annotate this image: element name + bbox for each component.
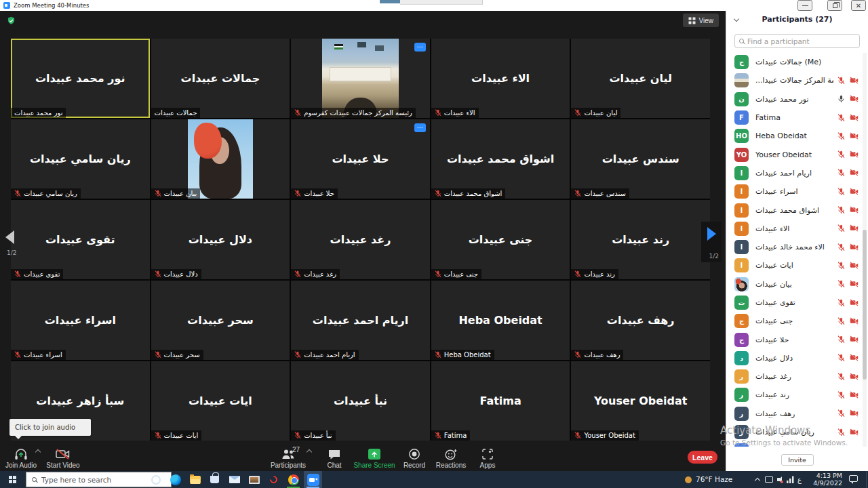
apps-button[interactable]: Apps <box>472 442 503 471</box>
video-tile[interactable]: ريان سامي عبيدات ريان سامي عبيدات <box>11 119 150 199</box>
acrobat-icon[interactable] <box>264 471 283 488</box>
video-tile[interactable]: جمالات عبيدات جمالات عبيدات <box>151 39 290 118</box>
participant-row[interactable]: YO Youser Obeidat <box>726 145 868 163</box>
video-tile[interactable]: رند عبيدات رند عبيدات <box>571 200 710 279</box>
chrome-icon[interactable] <box>284 471 302 488</box>
participant-row[interactable]: ج جمالات عبيدات (Me) <box>726 53 868 71</box>
file-explorer-icon[interactable] <box>186 471 204 488</box>
participant-row[interactable]: HO Heba Obeidat <box>726 127 868 145</box>
show-hidden-icons-chevron[interactable] <box>755 478 760 483</box>
microsoft-store-icon[interactable] <box>205 471 224 488</box>
weather-haze-icon[interactable] <box>685 476 692 483</box>
video-tile[interactable]: جنى عبيدات جنى عبيدات <box>431 200 570 279</box>
video-tile[interactable]: اشواق محمد عبيدات اشواق محمد عبيدات <box>431 119 570 199</box>
video-tile[interactable]: تقوى عبيدات تقوى عبيدات <box>11 200 150 279</box>
participant-row[interactable]: ا اسراء عبيدات <box>726 182 868 201</box>
participant-row[interactable]: د دلال عبيدات <box>726 349 868 367</box>
participant-row[interactable]: ر رغد عبيدات <box>726 367 868 386</box>
video-tile[interactable]: ايات عبيدات ايات عبيدات <box>151 361 290 441</box>
scrollbar-thumb[interactable] <box>863 230 867 380</box>
gallery-next-page[interactable]: 1/2 <box>701 222 722 262</box>
zoom-taskbar-icon[interactable] <box>304 471 322 488</box>
muted-mic-icon <box>574 432 581 439</box>
video-tile[interactable]: دلال عبيدات دلال عبيدات <box>151 200 290 279</box>
participant-row[interactable]: ح حلا عبيدات <box>726 330 868 348</box>
participant-row[interactable]: ر رند عبيدات <box>726 386 868 404</box>
restore-button[interactable] <box>827 0 842 11</box>
mail-icon[interactable] <box>225 471 243 488</box>
start-button[interactable] <box>0 471 24 488</box>
photos-icon[interactable] <box>245 471 263 488</box>
participant-row[interactable]: ا اشواق محمد عبيدات <box>726 201 868 219</box>
chat-button[interactable]: Chat <box>319 442 350 471</box>
view-button[interactable]: View <box>683 14 719 27</box>
participant-row[interactable]: F Fatima <box>726 108 868 127</box>
video-tile[interactable]: نبأ عبيدات نبأ عبيدات <box>291 361 430 441</box>
video-tile[interactable]: سحر عبيدات سحر عبيدات <box>151 281 290 360</box>
participants-label: Participants <box>260 462 317 469</box>
security-shield-icon[interactable] <box>7 15 16 28</box>
scrollbar[interactable] <box>863 53 867 447</box>
participant-name: ...رئيسة المركز جمالات عبيدا (Host) <box>755 76 833 85</box>
reactions-button[interactable]: Reactions <box>431 442 471 471</box>
participant-row[interactable]: ج جنى عبيدات <box>726 312 868 330</box>
video-tile[interactable]: نور محمد عبيدات نور محمد عبيدات <box>11 39 150 118</box>
search-input[interactable] <box>747 37 855 45</box>
start-video-button[interactable]: Start Video <box>43 442 83 471</box>
participant-row[interactable]: ر رهف عبيدات <box>726 405 868 423</box>
video-tile[interactable]: الاء عبيدات الاء عبيدات <box>431 39 570 118</box>
share-screen-button[interactable]: Share Screen <box>351 442 397 471</box>
participant-row[interactable]: ا ايات عبيدات <box>726 256 868 274</box>
participant-row[interactable]: ا اريام احمد عبيدات <box>726 164 868 182</box>
minimize-button[interactable] <box>797 0 812 11</box>
video-tile[interactable]: Youser Obeidat Youser Obeidat <box>571 361 710 441</box>
clock[interactable]: 4:13 PM 4/9/2022 <box>804 472 842 487</box>
participant-row[interactable]: ر ريان سامي عبيدات <box>726 423 868 441</box>
close-button[interactable]: ✕ <box>851 0 866 11</box>
participant-row[interactable] <box>726 441 868 447</box>
display-tray-icon[interactable] <box>765 476 773 483</box>
video-tile[interactable]: بيان عبيدات <box>151 119 290 199</box>
action-center-icon[interactable] <box>849 475 858 482</box>
participant-row[interactable]: ن نور محمد عبيدات <box>726 90 868 108</box>
gallery-prev-page[interactable]: 1/2 <box>0 226 20 268</box>
video-tile[interactable]: اسراء عبيدات اسراء عبيدات <box>11 281 150 360</box>
tile-more-menu-button[interactable]: ⋯ <box>414 43 426 52</box>
video-tile[interactable]: Heba Obeidat Heba Obeidat <box>431 281 570 360</box>
video-tile[interactable]: رهف عبيدات رهف عبيدات <box>571 281 710 360</box>
cortana-icon[interactable] <box>146 471 165 488</box>
show-desktop-button[interactable] <box>866 471 867 488</box>
muted-mic-icon <box>155 351 161 359</box>
video-tile[interactable]: سندس عبيدات سندس عبيدات <box>571 119 710 199</box>
video-tile[interactable]: Fatima Fatima <box>431 361 570 441</box>
share-screen-label: Share Screen <box>351 462 397 469</box>
chevron-up-icon[interactable] <box>307 449 312 455</box>
chevron-up-icon[interactable] <box>35 449 41 455</box>
participants-button[interactable]: 27 Participants <box>260 442 317 471</box>
muted-mic-icon <box>294 351 301 359</box>
tile-more-menu-button[interactable]: ⋯ <box>414 123 426 132</box>
language-indicator[interactable]: ع <box>797 471 802 488</box>
speaker-tray-icon[interactable] <box>777 478 780 481</box>
participant-row[interactable]: ت تقوى عبيدات <box>726 293 868 312</box>
network-tray-icon[interactable] <box>787 476 795 483</box>
join-audio-button[interactable]: Join Audio <box>1 442 41 471</box>
leave-button[interactable]: Leave <box>688 451 717 464</box>
participant-row[interactable]: ا الاء عبيدات <box>726 220 868 238</box>
view-label: View <box>699 17 714 24</box>
participant-row[interactable]: ا الاء محمد خالد عبيدات <box>726 238 868 256</box>
participant-display-name: Youser Obeidat <box>590 394 692 407</box>
video-tile[interactable]: ليان عبيدات ليان عبيدات <box>571 39 710 118</box>
video-tile[interactable]: اريام احمد عبيدات اريام احمد عبيدات <box>291 281 430 360</box>
video-tile[interactable]: حلا عبيدات ⋯ حلا عبيدات <box>291 119 430 199</box>
video-tile[interactable]: ⋯ رئيسة المركز جمالات عبيدات كفرسوم <box>291 39 430 118</box>
edge-icon[interactable] <box>166 471 184 488</box>
muted-mic-icon <box>837 206 845 214</box>
video-tile[interactable]: رغد عبيدات رغد عبيدات <box>291 200 430 279</box>
record-button[interactable]: Record <box>399 442 430 471</box>
invite-button[interactable]: Invite <box>781 454 814 466</box>
participant-row[interactable]: بيان عبيدات <box>726 275 868 293</box>
weather-text[interactable]: 76°F Haze <box>696 471 732 488</box>
participant-row[interactable]: ...رئيسة المركز جمالات عبيدا (Host) <box>726 71 868 89</box>
participant-search[interactable] <box>734 34 860 48</box>
